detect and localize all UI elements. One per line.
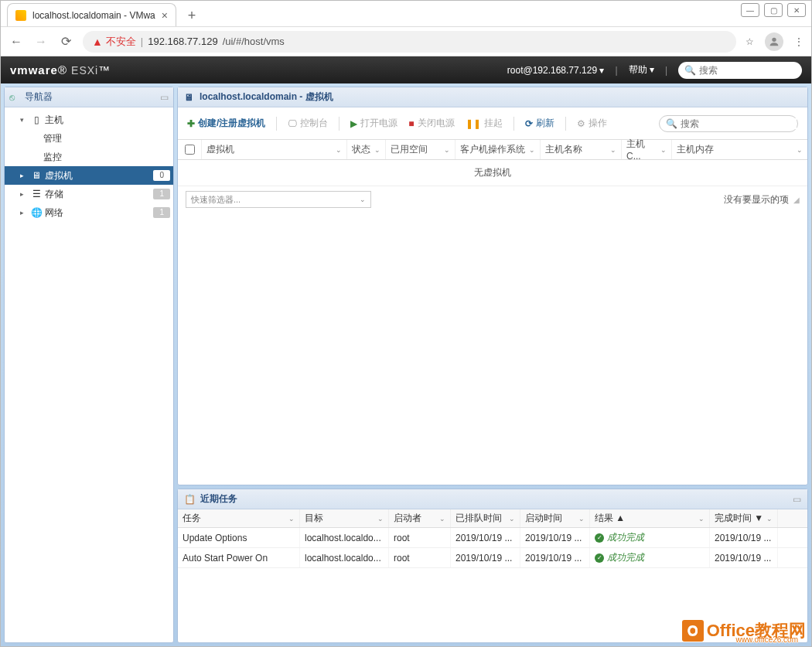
browser-tabbar: localhost.localdomain - VMwa × + bbox=[1, 1, 811, 27]
nav-storage-label: 存储 bbox=[45, 188, 63, 201]
col-status[interactable]: 状态⌄ bbox=[346, 140, 385, 159]
col-done[interactable]: 完成时间 ▼⌄ bbox=[710, 509, 778, 527]
vm-search[interactable]: 🔍 bbox=[659, 115, 798, 132]
no-items-text: 没有要显示的项 bbox=[724, 193, 789, 206]
back-icon[interactable]: ← bbox=[9, 34, 24, 49]
col-start[interactable]: 启动时间⌄ bbox=[520, 509, 590, 527]
col-vm[interactable]: 虚拟机⌄ bbox=[201, 140, 346, 159]
navigator-header: ⎋ 导航器 ▭ bbox=[5, 87, 173, 107]
window-minimize-icon[interactable]: — bbox=[741, 3, 759, 17]
vm-panel-icon: 🖥 bbox=[184, 92, 195, 103]
task-row[interactable]: Auto Start Power Onlocalhost.localdo...r… bbox=[178, 548, 807, 568]
nav-network-label: 网络 bbox=[45, 206, 63, 220]
nav-storage-badge: 1 bbox=[153, 189, 170, 199]
tasks-header: 📋 近期任务 ▭ bbox=[178, 489, 807, 509]
tab-close-icon[interactable]: × bbox=[162, 9, 168, 22]
tasks-grid-body: Update Optionslocalhost.localdo...root20… bbox=[178, 528, 807, 568]
nav-storage[interactable]: ▸ ☰ 存储 1 bbox=[5, 185, 173, 203]
nav-monitor-label: 监控 bbox=[43, 151, 62, 164]
panel-collapse-icon[interactable]: ▭ bbox=[160, 92, 169, 103]
create-icon: ✚ bbox=[187, 118, 195, 129]
nav-vms[interactable]: ▸ 🖥 虚拟机 0 bbox=[5, 166, 173, 185]
forward-icon: → bbox=[33, 34, 49, 49]
col-initiator[interactable]: 启动者⌄ bbox=[389, 509, 451, 527]
nav-vms-badge: 0 bbox=[153, 170, 170, 181]
vm-panel-title: localhost.localdomain - 虚拟机 bbox=[200, 90, 333, 104]
nav-manage-label: 管理 bbox=[43, 132, 62, 145]
nav-host-monitor[interactable]: 监控 bbox=[5, 148, 173, 166]
panel-collapse-icon[interactable]: ▭ bbox=[793, 494, 801, 505]
nav-network-badge: 1 bbox=[153, 207, 170, 218]
window-maximize-icon[interactable]: ▢ bbox=[764, 3, 783, 17]
quick-filter-dropdown[interactable]: 快速筛选器... ⌄ bbox=[186, 191, 371, 208]
url-host: 192.168.77.129 bbox=[148, 36, 217, 47]
navigator-title: 导航器 bbox=[25, 90, 53, 104]
menu-dots-icon[interactable]: ⋮ bbox=[794, 36, 803, 47]
network-icon: 🌐 bbox=[31, 207, 42, 218]
url-path: /ui/#/host/vms bbox=[223, 36, 285, 47]
watermark: O Office教程网 www.office26.com bbox=[682, 619, 806, 642]
vm-search-input[interactable] bbox=[681, 118, 797, 129]
vm-toolbar: ✚ 创建/注册虚拟机 🖵 控制台 ▶ 打开电源 ■ 关 bbox=[178, 107, 807, 140]
vm-grid-header: 虚拟机⌄ 状态⌄ 已用空间⌄ 客户机操作系统⌄ 主机名称⌄ 主机 C...⌄ 主… bbox=[178, 140, 807, 160]
tasks-grid-header: 任务⌄ 目标⌄ 启动者⌄ 已排队时间⌄ 启动时间⌄ 结果 ▲⌄ 完成时间 ▼⌄ bbox=[178, 509, 807, 528]
create-label: 创建/注册虚拟机 bbox=[198, 117, 265, 130]
nav-host-manage[interactable]: 管理 bbox=[5, 129, 173, 148]
col-task[interactable]: 任务⌄ bbox=[178, 509, 300, 527]
host-icon: ▯ bbox=[31, 114, 42, 125]
refresh-label: 刷新 bbox=[536, 117, 554, 130]
security-warning[interactable]: ▲ 不安全 bbox=[92, 35, 136, 49]
header-help-menu[interactable]: 帮助 ▾ bbox=[629, 63, 654, 77]
navigator-icon: ⎋ bbox=[9, 92, 20, 103]
select-all-checkbox[interactable] bbox=[185, 145, 195, 155]
expand-toggle-icon[interactable]: ▾ bbox=[20, 116, 28, 124]
pause-icon: ❚❚ bbox=[466, 118, 481, 129]
vm-icon: 🖥 bbox=[31, 170, 42, 181]
gear-icon: ⚙ bbox=[577, 118, 585, 129]
header-search[interactable]: 🔍 ▼ bbox=[678, 62, 802, 79]
tab-favicon-icon bbox=[15, 10, 26, 21]
col-queued[interactable]: 已排队时间⌄ bbox=[451, 509, 520, 527]
profile-avatar-icon[interactable] bbox=[765, 32, 783, 51]
browser-tab[interactable]: localhost.localdomain - VMwa × bbox=[7, 3, 176, 26]
bookmark-star-icon[interactable]: ☆ bbox=[745, 36, 754, 47]
nav-network[interactable]: ▸ 🌐 网络 1 bbox=[5, 203, 173, 222]
console-button: 🖵 控制台 bbox=[288, 117, 328, 130]
expand-toggle-icon[interactable]: ▸ bbox=[20, 190, 28, 198]
power-off-button: ■ 关闭电源 bbox=[408, 117, 454, 130]
watermark-sub: www.office26.com bbox=[736, 635, 798, 644]
quick-filter-label: 快速筛选器... bbox=[191, 194, 241, 206]
success-check-icon: ✓ bbox=[595, 533, 604, 543]
resize-grip-icon[interactable]: ◢ bbox=[793, 196, 800, 204]
power-on-label: 打开电源 bbox=[360, 117, 397, 130]
console-label: 控制台 bbox=[300, 117, 328, 130]
col-target[interactable]: 目标⌄ bbox=[300, 509, 389, 527]
nav-host[interactable]: ▾ ▯ 主机 bbox=[5, 111, 173, 129]
watermark-logo-icon: O bbox=[682, 620, 704, 642]
url-input[interactable]: ▲ 不安全 | 192.168.77.129/ui/#/host/vms bbox=[83, 31, 736, 53]
col-guest-os[interactable]: 客户机操作系统⌄ bbox=[455, 140, 540, 159]
header-user-menu[interactable]: root@192.168.77.129 ▾ bbox=[507, 65, 605, 76]
expand-toggle-icon[interactable]: ▸ bbox=[20, 209, 28, 216]
refresh-button[interactable]: ⟳ 刷新 bbox=[525, 117, 554, 130]
url-separator: | bbox=[141, 36, 143, 47]
create-vm-button[interactable]: ✚ 创建/注册虚拟机 bbox=[187, 117, 265, 130]
header-search-input[interactable] bbox=[699, 65, 812, 76]
col-used-space[interactable]: 已用空间⌄ bbox=[385, 140, 455, 159]
refresh-icon: ⟳ bbox=[525, 118, 533, 129]
window-close-icon[interactable]: ✕ bbox=[787, 3, 806, 17]
col-result[interactable]: 结果 ▲⌄ bbox=[590, 509, 710, 527]
new-tab-button[interactable]: + bbox=[181, 5, 203, 26]
vm-panel-header: 🖥 localhost.localdomain - 虚拟机 bbox=[178, 87, 807, 107]
chevron-down-icon: ⌄ bbox=[360, 196, 366, 203]
task-row[interactable]: Update Optionslocalhost.localdo...root20… bbox=[178, 528, 807, 548]
console-icon: 🖵 bbox=[288, 118, 297, 129]
reload-icon[interactable]: ⟳ bbox=[58, 34, 73, 49]
col-host-mem[interactable]: 主机内存⌄ bbox=[671, 140, 807, 159]
col-host-name[interactable]: 主机名称⌄ bbox=[540, 140, 621, 159]
col-host-cpu[interactable]: 主机 C...⌄ bbox=[621, 140, 671, 159]
tab-title: localhost.localdomain - VMwa bbox=[32, 10, 155, 21]
vm-grid-body: 无虚拟机 快速筛选器... ⌄ 没有要显示的项 ◢ bbox=[178, 160, 807, 485]
power-off-label: 关闭电源 bbox=[418, 117, 455, 130]
expand-toggle-icon[interactable]: ▸ bbox=[20, 172, 28, 179]
